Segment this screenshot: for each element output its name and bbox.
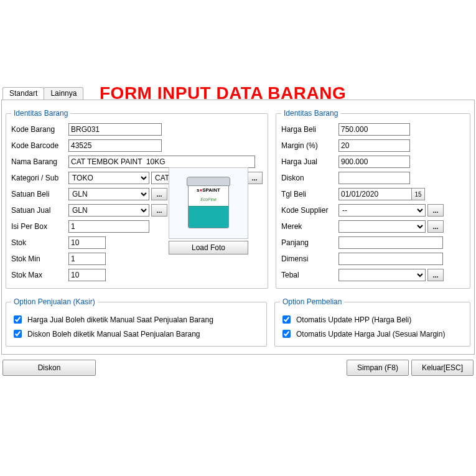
harga-jual-input[interactable] [338, 156, 410, 168]
label-diskon-manual: Diskon Boleh diketik Manual Saat Penjual… [27, 330, 200, 338]
legend-option-pembelian: Option Pembelian [280, 297, 344, 306]
legend-option-penjualan: Option Penjualan (Kasir) [11, 297, 98, 306]
kode-supplier-select[interactable]: -- [338, 204, 426, 217]
satuan-jual-select[interactable]: GLN [68, 204, 149, 217]
group-option-pembelian: Option Pembelian Otomatis Update HPP (Ha… [274, 297, 470, 347]
supplier-browse-button[interactable]: ... [427, 204, 444, 217]
checkbox-update-hpp[interactable] [282, 315, 291, 324]
legend-identitas-left: Identitas Barang [11, 109, 70, 118]
stok-input[interactable] [68, 236, 106, 249]
satuan-beli-select[interactable]: GLN [68, 188, 149, 200]
label-tgl-beli: Tgl Beli [281, 190, 338, 198]
stok-max-input[interactable] [68, 269, 106, 281]
label-satuan-beli: Satuan Beli [11, 190, 68, 198]
paint-can-icon: s●SPAINT EcoFine [187, 177, 230, 230]
harga-beli-input[interactable] [338, 123, 410, 136]
group-identitas-right: Identitas Barang Harga Beli Margin (%) H… [276, 109, 470, 289]
label-harga-jual: Harga Jual [281, 157, 338, 166]
label-kode-barcode: Kode Barcode [11, 141, 68, 150]
checkbox-update-harga-jual[interactable] [282, 330, 291, 338]
label-stok-min: Stok Min [11, 254, 68, 263]
label-isi-per-box: Isi Per Box [11, 222, 68, 231]
load-foto-button[interactable]: Load Foto [169, 241, 248, 254]
stok-min-input[interactable] [68, 253, 106, 265]
group-identitas-left: Identitas Barang Kode Barang Kode Barcod… [6, 109, 268, 289]
simpan-button[interactable]: Simpan (F8) [347, 360, 409, 376]
label-harga-manual: Harga Jual Boleh diketik Manual Saat Pen… [27, 315, 213, 324]
tgl-beli-input[interactable] [338, 188, 412, 200]
panjang-input[interactable] [338, 236, 443, 249]
label-satuan-jual: Satuan Jual [11, 206, 68, 215]
margin-input[interactable] [338, 139, 410, 152]
label-kode-barang: Kode Barang [11, 125, 68, 134]
label-kode-supplier: Kode Supplier [281, 206, 338, 215]
merek-select[interactable] [338, 220, 426, 233]
checkbox-harga-manual[interactable] [14, 315, 22, 324]
label-tebal: Tebal [281, 271, 338, 279]
label-stok: Stok [11, 238, 68, 247]
group-option-penjualan: Option Penjualan (Kasir) Harga Jual Bole… [6, 297, 267, 347]
label-dimensi: Dimensi [281, 254, 338, 263]
diskon-input[interactable] [338, 172, 410, 184]
label-update-harga-jual: Otomatis Update Harga Jual (Sesuai Margi… [296, 330, 445, 338]
product-photo: s●SPAINT EcoFine [169, 167, 248, 239]
label-harga-beli: Harga Beli [281, 125, 338, 134]
dimensi-input[interactable] [338, 253, 443, 265]
label-margin: Margin (%) [281, 141, 338, 150]
photo-area: s●SPAINT EcoFine Load Foto [165, 167, 252, 254]
label-kategori: Kategori / Sub [11, 174, 68, 182]
kode-barang-input[interactable] [68, 123, 162, 136]
kode-barcode-input[interactable] [68, 139, 162, 152]
label-diskon: Diskon [281, 174, 338, 182]
legend-identitas-right: Identitas Barang [281, 109, 340, 118]
form-title: FORM INPUT DATA BARANG [100, 83, 346, 103]
label-panjang: Panjang [281, 238, 338, 247]
tebal-select[interactable] [338, 269, 426, 281]
checkbox-diskon-manual[interactable] [14, 330, 22, 338]
nama-barang-input[interactable] [68, 156, 255, 168]
label-merek: Merek [281, 222, 338, 231]
main-panel: Identitas Barang Kode Barang Kode Barcod… [1, 100, 475, 355]
keluar-button[interactable]: Keluar[ESC] [411, 360, 474, 376]
diskon-button[interactable]: Diskon [2, 360, 96, 376]
kategori-select[interactable]: TOKO [68, 172, 149, 184]
label-update-hpp: Otomatis Update HPP (Harga Beli) [296, 315, 411, 324]
label-nama-barang: Nama Barang [11, 157, 68, 166]
label-stok-max: Stok Max [11, 271, 68, 279]
isi-per-box-input[interactable] [68, 220, 149, 233]
tab-standart[interactable]: Standart [2, 87, 44, 100]
tebal-browse-button[interactable]: ... [427, 269, 444, 281]
date-picker-button[interactable]: 15 [411, 188, 425, 200]
tab-lainnya[interactable]: Lainnya [44, 87, 83, 100]
merek-browse-button[interactable]: ... [427, 220, 444, 233]
